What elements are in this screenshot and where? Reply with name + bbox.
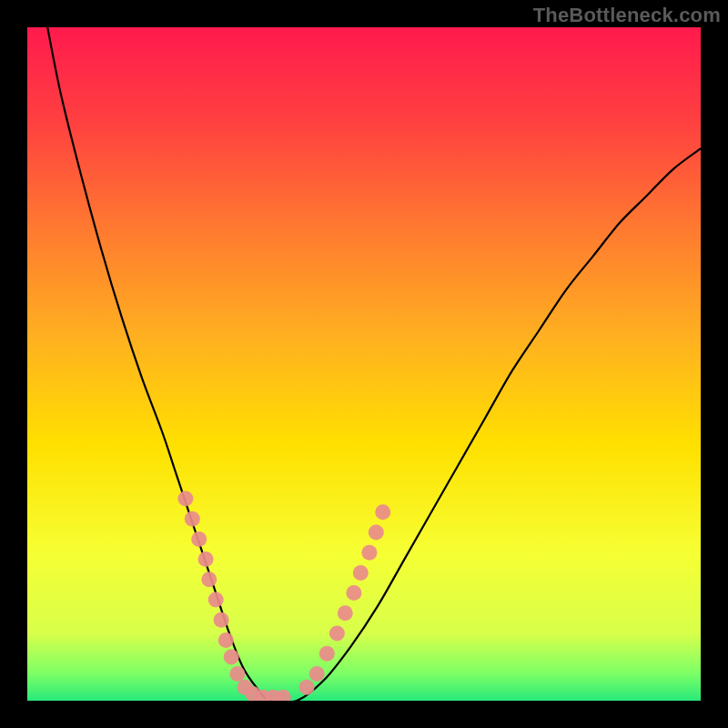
plot-area: [27, 27, 701, 701]
chart-container: TheBottleneck.com: [0, 0, 728, 728]
svg-rect-0: [27, 27, 701, 701]
watermark-label: TheBottleneck.com: [533, 4, 721, 27]
gradient-background: [27, 27, 701, 701]
